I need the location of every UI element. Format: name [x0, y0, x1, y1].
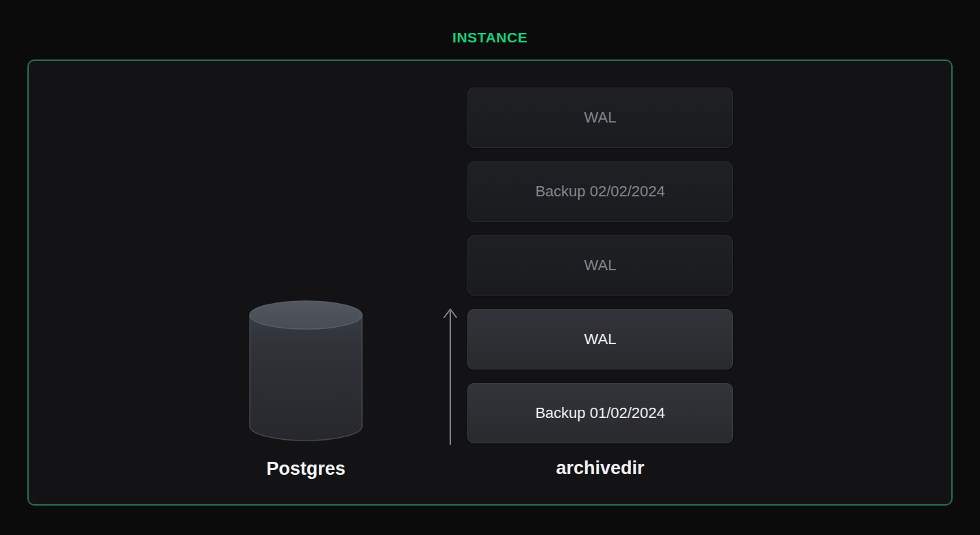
diagram-canvas: INSTANCE WAL Backup 02/02/2024 WAL WAL B…: [0, 0, 980, 535]
wal-box-dimmed-1: WAL: [467, 88, 733, 148]
backup-box-dimmed: Backup 02/02/2024: [467, 161, 733, 222]
archivedir-label: archivedir: [467, 458, 733, 479]
wal-box-label: WAL: [584, 330, 617, 348]
wal-box-dimmed-2: WAL: [467, 235, 733, 296]
backup-box-active: Backup 01/02/2024: [467, 383, 733, 443]
database-cylinder-icon: [249, 300, 363, 441]
instance-title: INSTANCE: [0, 29, 980, 46]
postgres-label: Postgres: [193, 458, 419, 480]
wal-box-label: WAL: [584, 109, 617, 127]
wal-box-active: WAL: [467, 309, 733, 369]
backup-box-label: Backup 02/02/2024: [535, 183, 665, 200]
backup-box-label: Backup 01/02/2024: [535, 404, 665, 422]
wal-box-label: WAL: [584, 257, 617, 274]
instance-panel: WAL Backup 02/02/2024 WAL WAL Backup 01/…: [27, 60, 953, 506]
arrow-up-icon: [441, 306, 459, 447]
